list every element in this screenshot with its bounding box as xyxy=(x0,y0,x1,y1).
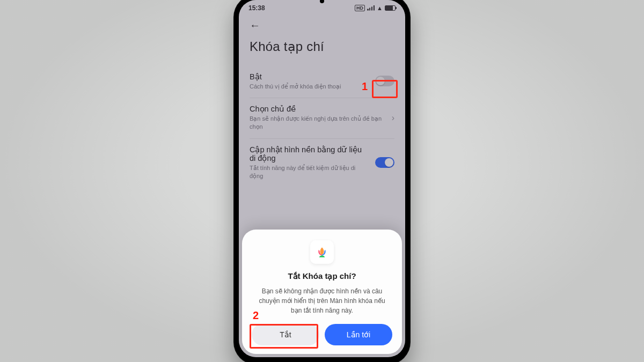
phone-screen: 15:38 HD ▲ ← Khóa tạp chí Bật Cách thú v… xyxy=(239,0,405,357)
confirm-dialog: Tắt Khóa tạp chí? Bạn sẽ không nhận được… xyxy=(242,230,402,354)
row-enable[interactable]: Bật Cách thú vị để mở khóa điện thoại xyxy=(250,66,394,99)
status-time: 15:38 xyxy=(248,4,265,12)
dialog-body: Bạn sẽ không nhận được hình nền và câu c… xyxy=(252,286,392,324)
back-arrow-icon[interactable]: ← xyxy=(250,16,260,35)
page-title: Khóa tạp chí xyxy=(250,39,394,54)
dialog-title: Tắt Khóa tạp chí? xyxy=(252,271,392,281)
battery-icon xyxy=(385,5,396,11)
row-theme-title: Chọn chủ đề xyxy=(250,105,386,113)
signal-icon xyxy=(367,5,375,11)
hd-icon: HD xyxy=(355,5,365,11)
row-mobile-data-sub: Tắt tính năng này để tiết kiệm dữ liệu d… xyxy=(250,164,370,180)
enable-toggle[interactable] xyxy=(375,76,394,86)
settings-page: ← Khóa tạp chí Bật Cách thú vị để mở khó… xyxy=(239,12,405,188)
wifi-icon: ▲ xyxy=(377,5,383,11)
mobile-data-toggle[interactable] xyxy=(375,157,394,168)
row-theme[interactable]: Chọn chủ đề Bạn sẽ nhận được kiến nghị d… xyxy=(250,98,394,139)
chevron-right-icon: › xyxy=(392,113,394,123)
tulip-icon xyxy=(314,245,330,260)
row-mobile-data-title: Cập nhật hình nền bằng dữ liệu di động xyxy=(250,145,370,162)
phone-frame: 15:38 HD ▲ ← Khóa tạp chí Bật Cách thú v… xyxy=(233,0,411,362)
row-enable-title: Bật xyxy=(250,72,370,81)
row-theme-sub: Bạn sẽ nhận được kiến nghị dựa trên chủ … xyxy=(250,115,386,131)
row-enable-sub: Cách thú vị để mở khóa điện thoại xyxy=(250,83,370,91)
status-indicators: HD ▲ xyxy=(355,5,396,11)
next-time-button[interactable]: Lần tới xyxy=(325,324,392,345)
app-icon xyxy=(310,240,334,264)
turn-off-button[interactable]: Tắt xyxy=(252,324,319,345)
row-mobile-data[interactable]: Cập nhật hình nền bằng dữ liệu di động T… xyxy=(250,139,394,188)
